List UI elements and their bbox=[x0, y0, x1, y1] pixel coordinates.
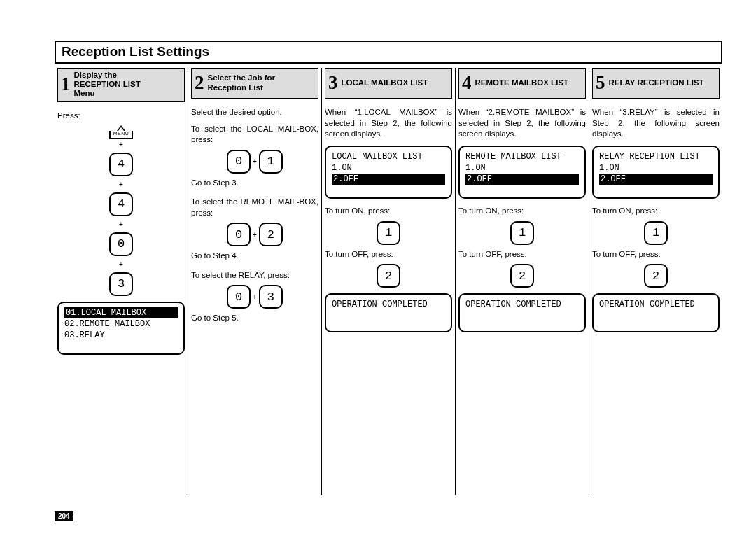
keypad-key: 4 bbox=[109, 192, 133, 216]
keypad-key: 1 bbox=[259, 150, 283, 174]
keypad-key: 0 bbox=[227, 223, 251, 246]
body-text: To turn OFF, press: bbox=[592, 249, 720, 260]
lcd-line: 1.ON bbox=[465, 163, 486, 173]
lcd-line: REMOTE MAILBOX LIST bbox=[465, 152, 561, 162]
col5-header: 5 RELAY RECEPTION LIST bbox=[592, 68, 720, 99]
keypad-key: 2 bbox=[510, 264, 534, 288]
page-number: 204 bbox=[55, 511, 74, 521]
lcd-line: 02.REMOTE MAILBOX bbox=[64, 319, 150, 329]
lcd-line: LOCAL MAILBOX LIST bbox=[332, 152, 423, 162]
step-title: LOCAL MAILBOX LIST bbox=[342, 78, 428, 87]
plus-icon: + bbox=[253, 293, 257, 301]
col1-header: 1 Display the RECEPTION LIST Menu bbox=[57, 68, 185, 102]
lcd-line: OPERATION COMPLETED bbox=[332, 300, 428, 309]
lcd-line-selected: 2.OFF bbox=[599, 174, 713, 185]
body-text: Go to Step 5. bbox=[191, 313, 318, 324]
col-5: 5 RELAY RECEPTION LIST When “3.RELAY” is… bbox=[589, 68, 722, 495]
keypad-key: 1 bbox=[644, 221, 668, 245]
step-title-l2: Reception List bbox=[208, 83, 263, 92]
lcd-screen: 01.LOCAL MAILBOX 02.REMOTE MAILBOX 03.RE… bbox=[57, 302, 185, 356]
lcd-line-selected: 2.OFF bbox=[332, 174, 445, 185]
page-title: Reception List Settings bbox=[55, 41, 722, 64]
plus-icon: + bbox=[57, 181, 185, 188]
body-text: To select the LOCAL MAIL-BOX, press: bbox=[191, 124, 318, 146]
body-text: To turn ON, press: bbox=[592, 206, 720, 217]
step-title-l2: RECEPTION LIST bbox=[74, 80, 141, 88]
col4-header: 4 REMOTE MAILBOX LIST bbox=[458, 68, 586, 99]
keypad-key: 4 bbox=[109, 153, 133, 176]
lcd-line: RELAY RECEPTION LIST bbox=[599, 152, 700, 162]
page-number-block: 204 bbox=[55, 512, 74, 520]
lcd-screen: LOCAL MAILBOX LIST 1.ON 2.OFF bbox=[325, 146, 452, 199]
keypad-key: 2 bbox=[644, 264, 668, 288]
keypad-key: 0 bbox=[227, 285, 251, 309]
step-number: 3 bbox=[328, 73, 338, 92]
step-title-l3: Menu bbox=[74, 89, 95, 97]
body-text: To select the RELAY, press: bbox=[191, 270, 318, 281]
step-number: 4 bbox=[462, 73, 472, 92]
step-title: Display the RECEPTION LIST Menu bbox=[74, 71, 141, 99]
press-label: Press: bbox=[57, 111, 185, 122]
body-text: Select the desired option. bbox=[191, 107, 318, 118]
instruction-columns: 1 Display the RECEPTION LIST Menu Press:… bbox=[55, 68, 722, 495]
keypad-key: 0 bbox=[227, 150, 251, 174]
lcd-screen: OPERATION COMPLETED bbox=[458, 293, 586, 332]
col-1: 1 Display the RECEPTION LIST Menu Press:… bbox=[55, 68, 188, 495]
lcd-screen: OPERATION COMPLETED bbox=[325, 293, 452, 332]
plus-icon: + bbox=[57, 260, 185, 268]
step-title-l1: Select the Job for bbox=[208, 73, 276, 82]
plus-icon: + bbox=[253, 231, 257, 239]
step-title: RELAY RECEPTION LIST bbox=[609, 78, 704, 87]
lcd-line: OPERATION COMPLETED bbox=[465, 300, 561, 309]
lcd-screen: OPERATION COMPLETED bbox=[592, 293, 720, 332]
step-title: Select the Job for Reception List bbox=[208, 73, 276, 92]
lcd-line-selected: 2.OFF bbox=[465, 174, 579, 185]
body-text: To turn ON, press: bbox=[458, 206, 586, 217]
lcd-line: 1.ON bbox=[332, 163, 352, 173]
body-text: To select the REMOTE MAIL-BOX, press: bbox=[191, 197, 318, 218]
lcd-line-selected: 01.LOCAL MAILBOX bbox=[64, 307, 178, 318]
col-3: 3 LOCAL MAILBOX LIST When “1.LOCAL MAILB… bbox=[321, 68, 455, 495]
body-text: Go to Step 3. bbox=[191, 178, 318, 189]
col-4: 4 REMOTE MAILBOX LIST When “2.REMOTE MAI… bbox=[455, 68, 589, 495]
lcd-line: OPERATION COMPLETED bbox=[599, 300, 695, 309]
body-text: To turn ON, press: bbox=[325, 206, 452, 217]
keypad-key: 0 bbox=[109, 232, 133, 256]
keypad-key: 1 bbox=[510, 221, 534, 245]
body-text: When “3.RELAY” is selected in Step 2, th… bbox=[592, 107, 720, 140]
body-text: To turn OFF, press: bbox=[458, 249, 586, 260]
plus-icon: + bbox=[253, 157, 257, 165]
step-number: 2 bbox=[195, 73, 204, 92]
plus-icon: + bbox=[57, 220, 185, 228]
body-text: To turn OFF, press: bbox=[325, 249, 452, 260]
lcd-line: 1.ON bbox=[599, 163, 620, 173]
step-number: 1 bbox=[61, 75, 71, 94]
step-title: REMOTE MAILBOX LIST bbox=[475, 78, 569, 87]
body-text: When “2.REMOTE MAILBOX” is selected in S… bbox=[458, 107, 586, 140]
body-text: When “1.LOCAL MAILBOX” is selected in St… bbox=[325, 107, 452, 140]
step-title-l1: Display the bbox=[74, 71, 117, 79]
step-number: 5 bbox=[596, 73, 606, 92]
keypad-key: 3 bbox=[109, 272, 133, 296]
keypad-key: 1 bbox=[377, 221, 400, 245]
lcd-screen: REMOTE MAILBOX LIST 1.ON 2.OFF bbox=[458, 146, 586, 199]
col3-header: 3 LOCAL MAILBOX LIST bbox=[325, 68, 452, 99]
col2-header: 2 Select the Job for Reception List bbox=[191, 68, 318, 99]
plus-icon: + bbox=[57, 141, 185, 148]
col-2: 2 Select the Job for Reception List Sele… bbox=[188, 68, 321, 495]
keypad-key: 3 bbox=[259, 285, 283, 309]
body-text: Go to Step 4. bbox=[191, 251, 318, 262]
keypad-key: 2 bbox=[259, 223, 283, 246]
lcd-screen: RELAY RECEPTION LIST 1.ON 2.OFF bbox=[592, 146, 720, 199]
keypad-key: 2 bbox=[377, 264, 400, 288]
menu-key-icon: MENU bbox=[109, 131, 134, 139]
lcd-line: 03.RELAY bbox=[64, 330, 105, 340]
